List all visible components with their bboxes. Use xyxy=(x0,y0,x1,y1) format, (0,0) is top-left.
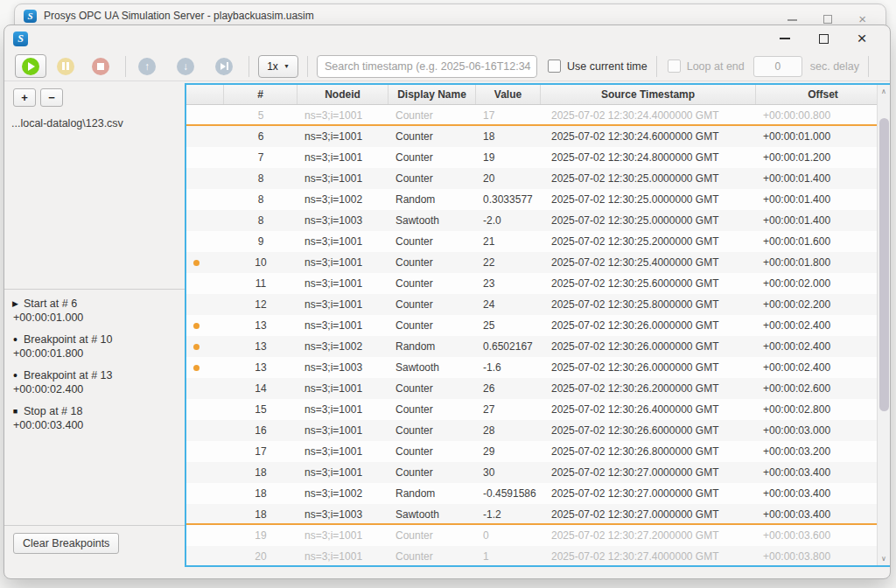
breakpoint-gutter-cell[interactable] xyxy=(186,483,224,504)
col-display-name[interactable]: Display Name xyxy=(388,85,476,104)
breakpoint-marker-list[interactable]: ▶Start at # 6 +00:00:01.000 •Breakpoint … xyxy=(4,290,185,526)
table-row[interactable]: 11 ns=3;i=1001 Counter 23 2025-07-02 12:… xyxy=(186,273,877,294)
breakpoint-marker-item[interactable]: ▶Start at # 6 +00:00:01.000 xyxy=(11,297,178,325)
breakpoint-gutter-cell[interactable] xyxy=(186,273,224,294)
add-file-button[interactable]: + xyxy=(13,88,36,107)
delay-seconds-input[interactable]: 0 xyxy=(753,56,802,77)
skip-to-end-button[interactable] xyxy=(208,54,240,78)
file-list[interactable]: ...local-datalog\123.csv xyxy=(4,111,185,290)
breakpoint-gutter-cell[interactable] xyxy=(186,420,224,441)
close-icon[interactable]: × xyxy=(858,15,866,24)
cell-index: 17 xyxy=(224,441,298,462)
breakpoint-gutter-cell[interactable] xyxy=(186,126,224,147)
cell-index: 15 xyxy=(224,399,298,420)
table-row[interactable]: 19 ns=3;i=1001 Counter 0 2025-07-02 12:3… xyxy=(186,525,877,546)
breakpoint-marker-item[interactable]: •Breakpoint at # 13 +00:00:02.400 xyxy=(11,368,178,396)
breakpoint-gutter-cell[interactable] xyxy=(186,105,224,124)
minimize-button[interactable] xyxy=(766,26,804,51)
table-row[interactable]: 13 ns=3;i=1002 Random 0.6502167 2025-07-… xyxy=(186,336,877,357)
col-nodeid[interactable]: Nodeid xyxy=(298,85,388,104)
loop-at-end-checkbox[interactable] xyxy=(668,60,681,73)
table-row[interactable]: 12 ns=3;i=1001 Counter 24 2025-07-02 12:… xyxy=(186,294,877,315)
file-list-item[interactable]: ...local-datalog\123.csv xyxy=(4,115,185,132)
breakpoint-gutter-cell[interactable] xyxy=(186,252,224,273)
table-row[interactable]: 9 ns=3;i=1001 Counter 21 2025-07-02 12:3… xyxy=(186,231,877,252)
cell-value: -1.6 xyxy=(476,357,541,378)
table-row[interactable]: 6 ns=3;i=1001 Counter 18 2025-07-02 12:3… xyxy=(186,126,877,147)
speed-dropdown[interactable]: 1x ▼ xyxy=(258,55,298,78)
breakpoint-gutter-cell[interactable] xyxy=(186,315,224,336)
scroll-down-icon[interactable]: ∨ xyxy=(878,552,890,565)
breakpoint-gutter-cell[interactable] xyxy=(186,357,224,378)
col-offset[interactable]: Offset xyxy=(756,85,890,104)
table-row[interactable]: 8 ns=3;i=1003 Sawtooth -2.0 2025-07-02 1… xyxy=(186,210,877,231)
cell-index: 19 xyxy=(224,525,298,546)
pause-button[interactable] xyxy=(50,54,81,78)
stop-button[interactable] xyxy=(85,54,116,78)
breakpoint-marker-item[interactable]: •Breakpoint at # 10 +00:00:01.800 xyxy=(11,332,178,360)
cell-index: 13 xyxy=(224,315,298,336)
remove-file-button[interactable]: − xyxy=(40,88,63,107)
table-row[interactable]: 18 ns=3;i=1001 Counter 30 2025-07-02 12:… xyxy=(186,462,877,483)
table-row[interactable]: 10 ns=3;i=1001 Counter 22 2025-07-02 12:… xyxy=(186,252,877,273)
table-row[interactable]: 8 ns=3;i=1002 Random 0.3033577 2025-07-0… xyxy=(186,189,877,210)
cell-value: -2.0 xyxy=(476,210,541,231)
play-button[interactable] xyxy=(15,54,46,78)
table-row[interactable]: 18 ns=3;i=1003 Sawtooth -1.2 2025-07-02 … xyxy=(186,504,877,525)
maximize-icon[interactable] xyxy=(823,15,832,24)
cell-index: 18 xyxy=(224,483,298,504)
table-row[interactable]: 5 ns=3;i=1001 Counter 17 2025-07-02 12:3… xyxy=(186,105,877,126)
vertical-scrollbar[interactable]: ∧ ∨ xyxy=(877,85,890,565)
table-row[interactable]: 16 ns=3;i=1001 Counter 28 2025-07-02 12:… xyxy=(186,420,877,441)
cell-index: 10 xyxy=(224,252,298,273)
breakpoint-marker-item[interactable]: ■Stop at # 18 +00:00:03.400 xyxy=(11,404,178,432)
breakpoint-gutter-cell[interactable] xyxy=(186,336,224,357)
table-row[interactable]: 13 ns=3;i=1001 Counter 25 2025-07-02 12:… xyxy=(186,315,877,336)
scrollbar-thumb[interactable] xyxy=(879,118,889,411)
table-row[interactable]: 20 ns=3;i=1001 Counter 1 2025-07-02 12:3… xyxy=(186,546,877,567)
cell-offset: +00:00:03.400 xyxy=(756,462,875,483)
table-row[interactable]: 15 ns=3;i=1001 Counter 27 2025-07-02 12:… xyxy=(186,399,877,420)
marker-glyph-icon: ■ xyxy=(11,404,19,418)
breakpoint-gutter-cell[interactable] xyxy=(186,231,224,252)
breakpoint-gutter-cell[interactable] xyxy=(186,525,224,546)
breakpoint-gutter-cell[interactable] xyxy=(186,294,224,315)
breakpoint-gutter-cell[interactable] xyxy=(186,147,224,168)
table-row[interactable]: 14 ns=3;i=1001 Counter 26 2025-07-02 12:… xyxy=(186,378,877,399)
breakpoint-gutter-cell[interactable] xyxy=(186,168,224,189)
use-current-time-checkbox[interactable] xyxy=(548,60,561,73)
cell-display-name: Sawtooth xyxy=(388,210,476,231)
cell-nodeid: ns=3;i=1001 xyxy=(298,168,388,189)
cell-display-name: Counter xyxy=(388,441,476,462)
speed-value: 1x xyxy=(267,60,278,73)
col-value[interactable]: Value xyxy=(476,85,541,104)
minimize-icon[interactable] xyxy=(788,19,797,21)
col-source-timestamp[interactable]: Source Timestamp xyxy=(541,85,756,104)
cell-offset: +00:00:02.600 xyxy=(756,378,875,399)
breakpoint-gutter-cell[interactable] xyxy=(186,378,224,399)
clear-breakpoints-button[interactable]: Clear Breakpoints xyxy=(13,533,119,554)
cell-source-timestamp: 2025-07-02 12:30:24.4000000 GMT xyxy=(541,105,756,124)
table-row[interactable]: 8 ns=3;i=1001 Counter 20 2025-07-02 12:3… xyxy=(186,168,877,189)
search-timestamp-input[interactable]: Search timestamp (e.g. 2025-06-16T12:34 xyxy=(317,55,537,78)
step-back-button[interactable]: ↑ xyxy=(131,54,163,78)
cell-source-timestamp: 2025-07-02 12:30:26.2000000 GMT xyxy=(541,378,756,399)
breakpoint-gutter-cell[interactable] xyxy=(186,546,224,567)
breakpoint-gutter-cell[interactable] xyxy=(186,399,224,420)
scroll-up-icon[interactable]: ∧ xyxy=(878,85,890,98)
table-row[interactable]: 18 ns=3;i=1002 Random -0.4591586 2025-07… xyxy=(186,483,877,504)
step-forward-button[interactable]: ↓ xyxy=(170,54,201,78)
breakpoint-gutter-cell[interactable] xyxy=(186,210,224,231)
table-row[interactable]: 7 ns=3;i=1001 Counter 19 2025-07-02 12:3… xyxy=(186,147,877,168)
table-row[interactable]: 17 ns=3;i=1001 Counter 29 2025-07-02 12:… xyxy=(186,441,877,462)
breakpoint-gutter-cell[interactable] xyxy=(186,504,224,523)
breakpoint-gutter-cell[interactable] xyxy=(186,462,224,483)
close-button[interactable]: × xyxy=(843,26,881,51)
breakpoint-gutter-cell[interactable] xyxy=(186,189,224,210)
col-index[interactable]: # xyxy=(224,85,298,104)
breakpoint-gutter-cell[interactable] xyxy=(186,441,224,462)
table-row[interactable]: 13 ns=3;i=1003 Sawtooth -1.6 2025-07-02 … xyxy=(186,357,877,378)
arrow-down-icon: ↓ xyxy=(177,58,194,75)
maximize-button[interactable] xyxy=(804,26,843,51)
col-breakpoint-gutter[interactable] xyxy=(186,85,224,104)
